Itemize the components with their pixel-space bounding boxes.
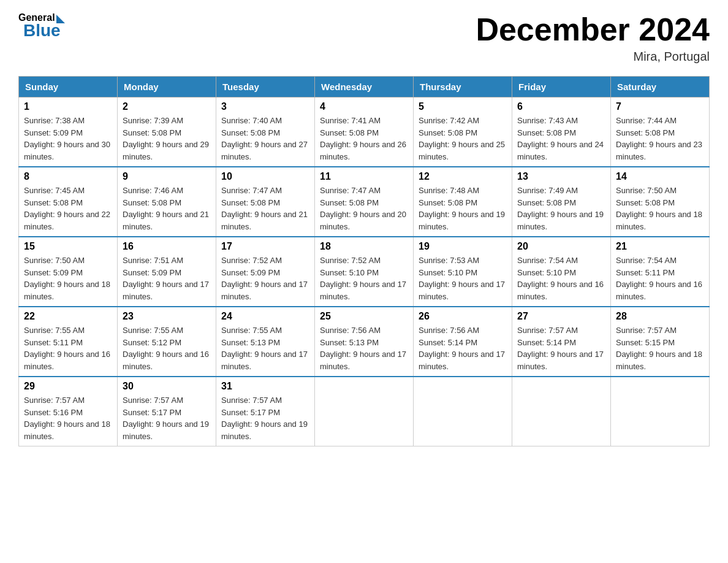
table-row: 14Sunrise: 7:50 AMSunset: 5:08 PMDayligh… [611,167,710,237]
col-monday: Monday [118,77,216,98]
day-info: Sunrise: 7:55 AMSunset: 5:11 PMDaylight:… [24,324,112,372]
day-info: Sunrise: 7:49 AMSunset: 5:08 PMDaylight:… [517,185,605,232]
logo-blue-text: Blue [23,21,61,40]
day-info: Sunrise: 7:55 AMSunset: 5:12 PMDaylight:… [123,324,211,372]
day-info: Sunrise: 7:47 AMSunset: 5:08 PMDaylight:… [221,185,309,232]
table-row: 9Sunrise: 7:46 AMSunset: 5:08 PMDaylight… [118,167,216,237]
day-info: Sunrise: 7:57 AMSunset: 5:17 PMDaylight:… [123,394,211,442]
table-row: 16Sunrise: 7:51 AMSunset: 5:09 PMDayligh… [118,237,216,307]
table-row: 13Sunrise: 7:49 AMSunset: 5:08 PMDayligh… [512,167,611,237]
day-number: 8 [24,171,112,182]
logo: General Blue [18,12,65,40]
table-row: 18Sunrise: 7:52 AMSunset: 5:10 PMDayligh… [315,237,414,307]
col-sunday: Sunday [19,77,118,98]
table-row: 11Sunrise: 7:47 AMSunset: 5:08 PMDayligh… [315,167,414,237]
table-row: 23Sunrise: 7:55 AMSunset: 5:12 PMDayligh… [118,307,216,377]
day-info: Sunrise: 7:57 AMSunset: 5:15 PMDaylight:… [616,324,704,372]
table-row: 2Sunrise: 7:39 AMSunset: 5:08 PMDaylight… [118,98,216,167]
day-info: Sunrise: 7:54 AMSunset: 5:10 PMDaylight:… [517,255,605,302]
table-row: 10Sunrise: 7:47 AMSunset: 5:08 PMDayligh… [216,167,315,237]
table-row: 27Sunrise: 7:57 AMSunset: 5:14 PMDayligh… [512,307,611,377]
day-info: Sunrise: 7:50 AMSunset: 5:09 PMDaylight:… [24,255,112,302]
day-info: Sunrise: 7:56 AMSunset: 5:13 PMDaylight:… [320,324,408,372]
day-number: 23 [123,311,211,322]
table-row: 19Sunrise: 7:53 AMSunset: 5:10 PMDayligh… [414,237,512,307]
calendar-week-row: 15Sunrise: 7:50 AMSunset: 5:09 PMDayligh… [19,237,710,307]
location-label: Mira, Portugal [476,50,710,64]
day-number: 29 [24,381,112,392]
day-info: Sunrise: 7:42 AMSunset: 5:08 PMDaylight:… [419,115,507,163]
table-row [611,377,710,446]
day-number: 3 [221,101,309,112]
day-number: 18 [320,241,408,252]
table-row: 5Sunrise: 7:42 AMSunset: 5:08 PMDaylight… [414,98,512,167]
day-info: Sunrise: 7:41 AMSunset: 5:08 PMDaylight:… [320,115,408,163]
day-info: Sunrise: 7:44 AMSunset: 5:08 PMDaylight:… [616,115,704,163]
day-info: Sunrise: 7:38 AMSunset: 5:09 PMDaylight:… [24,115,112,163]
title-area: December 2024 Mira, Portugal [476,12,710,64]
page-header: General Blue December 2024 Mira, Portuga… [18,12,710,64]
day-info: Sunrise: 7:50 AMSunset: 5:08 PMDaylight:… [616,185,704,232]
day-info: Sunrise: 7:54 AMSunset: 5:11 PMDaylight:… [616,255,704,302]
day-number: 28 [616,311,704,322]
day-number: 25 [320,311,408,322]
table-row: 21Sunrise: 7:54 AMSunset: 5:11 PMDayligh… [611,237,710,307]
day-info: Sunrise: 7:47 AMSunset: 5:08 PMDaylight:… [320,185,408,232]
day-info: Sunrise: 7:39 AMSunset: 5:08 PMDaylight:… [123,115,211,163]
day-number: 2 [123,101,211,112]
table-row: 1Sunrise: 7:38 AMSunset: 5:09 PMDaylight… [19,98,118,167]
calendar-week-row: 1Sunrise: 7:38 AMSunset: 5:09 PMDaylight… [19,98,710,167]
day-number: 26 [419,311,507,322]
day-info: Sunrise: 7:43 AMSunset: 5:08 PMDaylight:… [517,115,605,163]
table-row: 28Sunrise: 7:57 AMSunset: 5:15 PMDayligh… [611,307,710,377]
col-tuesday: Tuesday [216,77,315,98]
day-number: 1 [24,101,112,112]
day-number: 11 [320,171,408,182]
table-row: 3Sunrise: 7:40 AMSunset: 5:08 PMDaylight… [216,98,315,167]
table-row: 30Sunrise: 7:57 AMSunset: 5:17 PMDayligh… [118,377,216,446]
calendar-week-row: 22Sunrise: 7:55 AMSunset: 5:11 PMDayligh… [19,307,710,377]
day-number: 27 [517,311,605,322]
table-row: 4Sunrise: 7:41 AMSunset: 5:08 PMDaylight… [315,98,414,167]
day-number: 12 [419,171,507,182]
day-number: 5 [419,101,507,112]
table-row: 24Sunrise: 7:55 AMSunset: 5:13 PMDayligh… [216,307,315,377]
day-info: Sunrise: 7:57 AMSunset: 5:14 PMDaylight:… [517,324,605,372]
month-title: December 2024 [476,12,710,47]
day-number: 16 [123,241,211,252]
day-number: 30 [123,381,211,392]
day-number: 31 [221,381,309,392]
table-row: 20Sunrise: 7:54 AMSunset: 5:10 PMDayligh… [512,237,611,307]
table-row: 25Sunrise: 7:56 AMSunset: 5:13 PMDayligh… [315,307,414,377]
table-row: 12Sunrise: 7:48 AMSunset: 5:08 PMDayligh… [414,167,512,237]
table-row [414,377,512,446]
day-info: Sunrise: 7:55 AMSunset: 5:13 PMDaylight:… [221,324,309,372]
day-number: 7 [616,101,704,112]
calendar-week-row: 29Sunrise: 7:57 AMSunset: 5:16 PMDayligh… [19,377,710,446]
day-number: 4 [320,101,408,112]
col-friday: Friday [512,77,611,98]
table-row: 7Sunrise: 7:44 AMSunset: 5:08 PMDaylight… [611,98,710,167]
day-number: 20 [517,241,605,252]
table-row: 29Sunrise: 7:57 AMSunset: 5:16 PMDayligh… [19,377,118,446]
table-row [512,377,611,446]
table-row: 22Sunrise: 7:55 AMSunset: 5:11 PMDayligh… [19,307,118,377]
day-number: 9 [123,171,211,182]
table-row: 8Sunrise: 7:45 AMSunset: 5:08 PMDaylight… [19,167,118,237]
day-info: Sunrise: 7:46 AMSunset: 5:08 PMDaylight:… [123,185,211,232]
table-row: 26Sunrise: 7:56 AMSunset: 5:14 PMDayligh… [414,307,512,377]
day-info: Sunrise: 7:40 AMSunset: 5:08 PMDaylight:… [221,115,309,163]
day-number: 21 [616,241,704,252]
day-info: Sunrise: 7:52 AMSunset: 5:10 PMDaylight:… [320,255,408,302]
day-number: 22 [24,311,112,322]
day-info: Sunrise: 7:57 AMSunset: 5:16 PMDaylight:… [24,394,112,442]
calendar-table: Sunday Monday Tuesday Wednesday Thursday… [18,76,710,446]
col-wednesday: Wednesday [315,77,414,98]
calendar-header-row: Sunday Monday Tuesday Wednesday Thursday… [19,77,710,98]
table-row: 17Sunrise: 7:52 AMSunset: 5:09 PMDayligh… [216,237,315,307]
table-row: 31Sunrise: 7:57 AMSunset: 5:17 PMDayligh… [216,377,315,446]
col-thursday: Thursday [414,77,512,98]
day-number: 14 [616,171,704,182]
day-number: 13 [517,171,605,182]
day-info: Sunrise: 7:45 AMSunset: 5:08 PMDaylight:… [24,185,112,232]
